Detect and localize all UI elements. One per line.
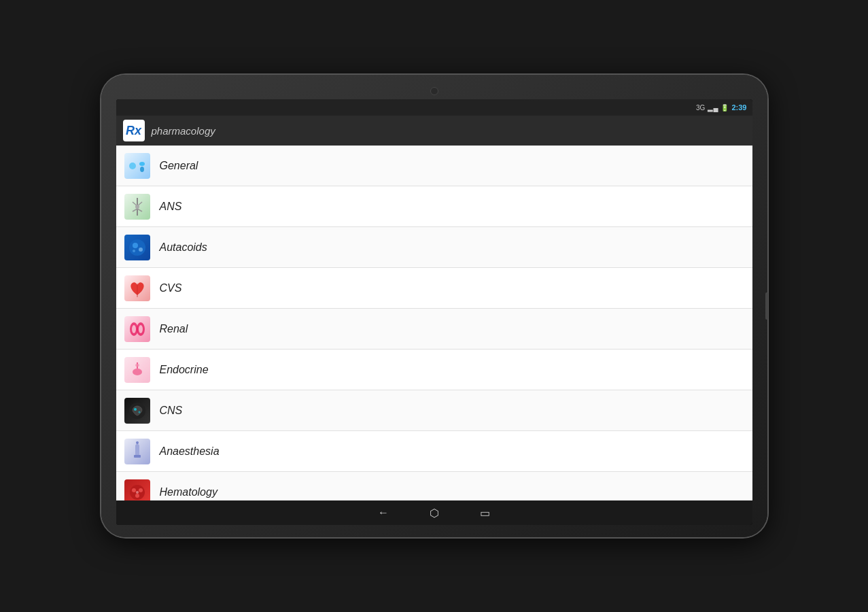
svg-point-9 <box>129 239 145 256</box>
icon-endocrine <box>124 357 150 383</box>
svg-point-1 <box>139 162 145 166</box>
svg-point-2 <box>140 167 144 172</box>
app-toolbar: Rx pharmacology <box>116 116 752 146</box>
label-general: General <box>160 160 198 172</box>
app-title: pharmacology <box>152 125 215 137</box>
svg-point-10 <box>133 243 138 248</box>
svg-line-6 <box>133 209 137 211</box>
svg-point-8 <box>135 205 139 209</box>
svg-point-27 <box>136 441 139 444</box>
svg-point-22 <box>134 408 137 411</box>
svg-point-29 <box>132 488 136 492</box>
label-cvs: CVS <box>160 282 182 294</box>
label-cns: CNS <box>160 405 183 417</box>
icon-renal <box>124 316 150 342</box>
label-renal: Renal <box>160 323 188 335</box>
battery-icon: 🔋 <box>721 104 729 112</box>
svg-rect-24 <box>135 444 139 456</box>
svg-point-12 <box>133 250 135 252</box>
list-item[interactable]: Anaesthesia <box>116 431 752 472</box>
svg-point-20 <box>135 364 139 367</box>
icon-cvs <box>124 275 150 301</box>
clock: 2:39 <box>731 103 746 112</box>
icon-general <box>124 153 150 179</box>
svg-line-7 <box>137 209 142 211</box>
list-item[interactable]: Autacoids <box>116 227 752 268</box>
icon-autacoids <box>124 235 150 260</box>
svg-point-16 <box>132 325 136 333</box>
camera-icon <box>430 87 438 95</box>
tablet-screen: 3G ▂▄ 🔋 2:39 Rx pharmacology GeneralANSA… <box>116 99 752 525</box>
label-ans: ANS <box>160 201 182 213</box>
list-item[interactable]: ANS <box>116 186 752 227</box>
svg-point-23 <box>138 411 140 413</box>
category-list: GeneralANSAutacoidsCVSRenalEndocrineCNSA… <box>116 146 752 500</box>
label-endocrine: Endocrine <box>160 364 209 376</box>
app-content: Rx pharmacology GeneralANSAutacoidsCVSRe… <box>116 116 752 500</box>
label-hematology: Hematology <box>160 486 218 498</box>
list-item[interactable]: Endocrine <box>116 350 752 390</box>
svg-point-11 <box>139 248 143 252</box>
back-button[interactable]: ← <box>378 507 389 519</box>
signal-icon: ▂▄ <box>708 104 718 112</box>
network-icon: 3G <box>696 104 705 112</box>
label-autacoids: Autacoids <box>160 241 207 254</box>
icon-anaesthesia <box>124 439 150 464</box>
svg-point-31 <box>135 494 139 498</box>
svg-point-0 <box>129 163 136 169</box>
icon-hematology <box>124 479 150 501</box>
icon-ans <box>124 194 150 220</box>
icon-cns <box>124 398 150 424</box>
list-item[interactable]: Renal <box>116 309 752 350</box>
list-item[interactable]: CVS <box>116 268 752 309</box>
tablet-device: 3G ▂▄ 🔋 2:39 Rx pharmacology GeneralANSA… <box>101 75 767 537</box>
list-item[interactable]: General <box>116 146 752 186</box>
svg-rect-25 <box>134 455 141 458</box>
svg-point-32 <box>136 491 139 494</box>
recents-button[interactable]: ▭ <box>480 507 490 520</box>
status-bar: 3G ▂▄ 🔋 2:39 <box>116 99 752 116</box>
list-item[interactable]: Hematology <box>116 472 752 500</box>
svg-point-18 <box>133 369 142 375</box>
svg-point-17 <box>139 325 143 333</box>
svg-point-30 <box>139 488 143 492</box>
list-item[interactable]: CNS <box>116 390 752 431</box>
label-anaesthesia: Anaesthesia <box>160 445 220 458</box>
navigation-bar: ← ⬡ ▭ <box>116 500 752 525</box>
home-button[interactable]: ⬡ <box>430 507 439 520</box>
app-logo: Rx <box>123 120 145 141</box>
side-indicator <box>765 292 768 320</box>
